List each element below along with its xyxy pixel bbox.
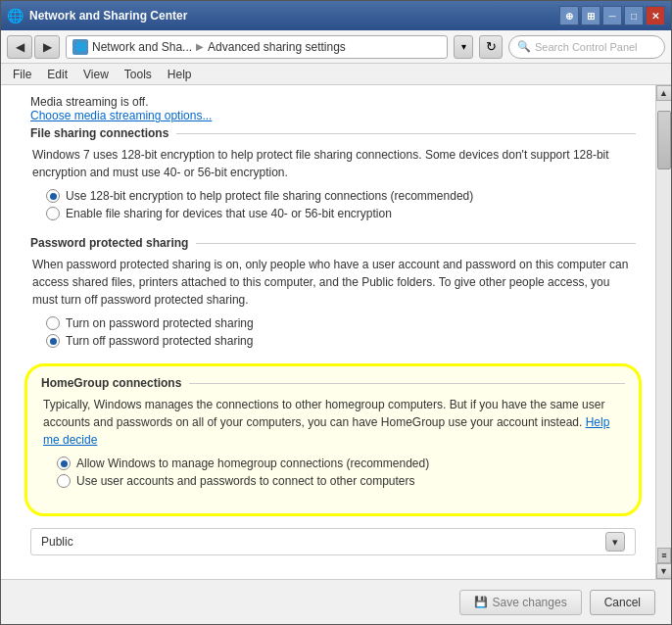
public-collapsible[interactable]: Public ▾ — [30, 528, 636, 555]
media-streaming-link[interactable]: Choose media streaming options... — [30, 109, 212, 122]
back-button[interactable]: ◀ — [7, 35, 32, 59]
content-scroll: Media streaming is off. Choose media str… — [1, 85, 655, 569]
public-collapse-icon[interactable]: ▾ — [605, 532, 625, 552]
radio-40bit-label[interactable]: Enable file sharing for devices that use… — [66, 207, 392, 220]
public-label: Public — [41, 535, 73, 549]
save-changes-button[interactable]: 💾 Save changes — [459, 590, 582, 615]
radio-128bit-label[interactable]: Use 128-bit encryption to help protect f… — [66, 189, 473, 203]
breadcrumb-current: Advanced sharing settings — [208, 40, 346, 54]
close-icon: ✕ — [651, 11, 659, 22]
close-button[interactable]: ✕ — [646, 6, 665, 25]
refresh-icon: ↻ — [486, 39, 497, 54]
search-placeholder: Search Control Panel — [535, 41, 638, 53]
menu-file[interactable]: File — [5, 64, 39, 84]
forward-button[interactable]: ▶ — [34, 35, 60, 59]
radio-40bit[interactable] — [46, 207, 60, 220]
file-sharing-option-1: Use 128-bit encryption to help protect f… — [46, 189, 636, 203]
window-icon: 🌐 — [7, 8, 24, 24]
bottom-bar: 💾 Save changes Cancel — [1, 579, 671, 624]
toolbar-icon2-btn[interactable]: ⊞ — [581, 6, 600, 25]
menu-bar: File Edit View Tools Help — [1, 64, 671, 85]
radio-128bit[interactable] — [46, 189, 60, 203]
radio-windows-manage-label[interactable]: Allow Windows to manage homegroup connec… — [76, 457, 429, 470]
menu-tools[interactable]: Tools — [117, 64, 160, 84]
media-streaming-status: Media streaming is off. — [30, 95, 636, 109]
forward-icon: ▶ — [43, 40, 52, 54]
title-bar-left: 🌐 Network and Sharing Center — [7, 8, 187, 24]
public-container: Public ▾ — [30, 528, 636, 555]
homegroup-option-1: Allow Windows to manage homegroup connec… — [57, 457, 625, 470]
homegroup-option-2: Use user accounts and passwords to conne… — [57, 474, 625, 488]
title-bar: 🌐 Network and Sharing Center ⊕ ⊞ ─ □ ✕ — [1, 1, 671, 30]
file-sharing-option-2: Enable file sharing for devices that use… — [46, 207, 636, 220]
file-sharing-desc: Windows 7 uses 128-bit encryption to hel… — [32, 146, 636, 181]
save-icon: 💾 — [474, 596, 488, 608]
breadcrumb-separator: ▶ — [196, 41, 204, 52]
password-sharing-desc: When password protected sharing is on, o… — [32, 256, 636, 309]
minimize-icon: ─ — [608, 11, 615, 22]
radio-windows-manage[interactable] — [57, 457, 71, 470]
search-icon: 🔍 — [517, 40, 531, 53]
scroll-grip: ≡ — [657, 548, 671, 563]
password-sharing-title: Password protected sharing — [30, 236, 636, 250]
scrollbar: ▲ ≡ ▼ — [655, 85, 671, 579]
maximize-button[interactable]: □ — [624, 6, 644, 25]
minimize-button[interactable]: ─ — [602, 6, 622, 25]
homegroup-desc: Typically, Windows manages the connectio… — [43, 396, 625, 449]
password-sharing-section: Password protected sharing When password… — [30, 236, 636, 348]
menu-edit[interactable]: Edit — [39, 64, 75, 84]
back-icon: ◀ — [16, 40, 24, 54]
save-label: Save changes — [493, 596, 567, 609]
maximize-icon: □ — [631, 11, 637, 22]
menu-view[interactable]: View — [75, 64, 117, 84]
scroll-down-button[interactable]: ▼ — [656, 563, 672, 579]
address-bar: ◀ ▶ 🌐 Network and Sha... ▶ Advanced shar… — [1, 30, 671, 64]
refresh-button[interactable]: ↻ — [479, 35, 503, 59]
password-sharing-option-2: Turn off password protected sharing — [46, 334, 636, 348]
cancel-button[interactable]: Cancel — [590, 590, 655, 615]
radio-turn-on-password-label[interactable]: Turn on password protected sharing — [66, 316, 254, 330]
chevron-down-icon: ▾ — [612, 536, 618, 549]
title-bar-buttons: ⊕ ⊞ ─ □ ✕ — [559, 6, 665, 25]
file-sharing-title: File sharing connections — [30, 126, 636, 140]
breadcrumb-network-icon: 🌐 — [72, 39, 88, 55]
dropdown-icon: ▾ — [461, 41, 466, 52]
window-title: Network and Sharing Center — [29, 9, 187, 23]
breadcrumb-bar[interactable]: 🌐 Network and Sha... ▶ Advanced sharing … — [66, 35, 448, 59]
radio-turn-on-password[interactable] — [46, 316, 60, 330]
toolbar-icon2: ⊞ — [587, 11, 595, 22]
password-sharing-option-1: Turn on password protected sharing — [46, 316, 636, 330]
breadcrumb-part1: Network and Sha... — [92, 40, 192, 54]
search-bar: 🔍 Search Control Panel — [508, 35, 665, 59]
address-dropdown-button[interactable]: ▾ — [454, 35, 473, 59]
toolbar-icon1: ⊕ — [565, 11, 573, 22]
toolbar-icon1-btn[interactable]: ⊕ — [559, 6, 579, 25]
main-window: 🌐 Network and Sharing Center ⊕ ⊞ ─ □ ✕ ◀… — [0, 0, 672, 625]
menu-help[interactable]: Help — [160, 64, 200, 84]
network-icon: 🌐 — [75, 42, 86, 52]
radio-user-accounts-label[interactable]: Use user accounts and passwords to conne… — [76, 474, 415, 488]
scroll-thumb[interactable] — [657, 111, 671, 169]
radio-user-accounts[interactable] — [57, 474, 71, 488]
main-area: Media streaming is off. Choose media str… — [1, 85, 671, 579]
homegroup-highlighted-container: HomeGroup connections Typically, Windows… — [24, 363, 642, 516]
file-sharing-section: File sharing connections Windows 7 uses … — [30, 126, 636, 220]
homegroup-title: HomeGroup connections — [41, 376, 625, 390]
homegroup-section: HomeGroup connections Typically, Windows… — [41, 376, 625, 488]
scroll-up-button[interactable]: ▲ — [656, 85, 672, 101]
scroll-track: ≡ — [656, 101, 671, 563]
radio-turn-off-password[interactable] — [46, 334, 60, 348]
content-panel: Media streaming is off. Choose media str… — [1, 85, 655, 579]
media-streaming-section: Media streaming is off. Choose media str… — [30, 95, 636, 122]
cancel-label: Cancel — [604, 596, 641, 609]
nav-buttons: ◀ ▶ — [7, 35, 60, 59]
radio-turn-off-password-label[interactable]: Turn off password protected sharing — [66, 334, 253, 348]
